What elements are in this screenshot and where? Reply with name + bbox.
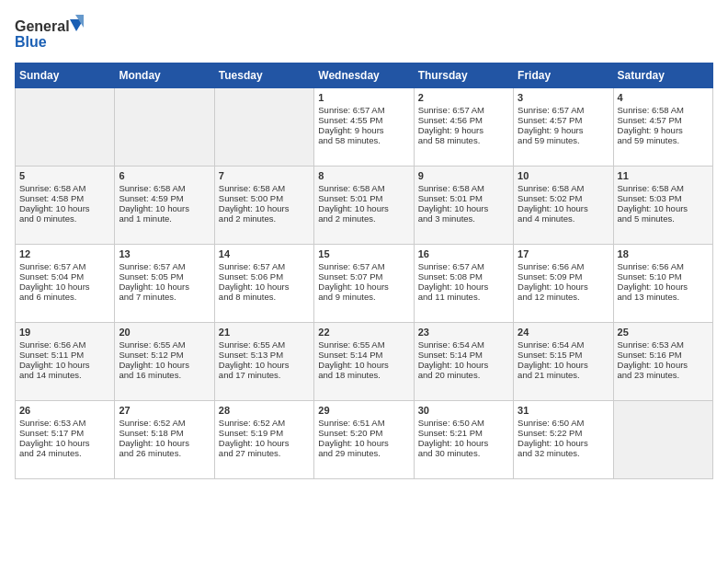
day-info: Sunrise: 6:58 AM	[318, 183, 409, 193]
calendar-week-row: 1Sunrise: 6:57 AMSunset: 4:55 PMDaylight…	[16, 88, 713, 167]
day-info: Daylight: 10 hours	[618, 282, 709, 292]
day-info: and 3 minutes.	[418, 213, 509, 224]
day-info: Daylight: 9 hours	[518, 125, 609, 135]
day-info: and 24 minutes.	[19, 448, 110, 458]
day-number: 1	[318, 92, 409, 103]
day-info: Daylight: 10 hours	[19, 438, 110, 448]
day-info: Daylight: 10 hours	[518, 203, 609, 213]
day-info: Sunrise: 6:56 AM	[518, 261, 609, 271]
day-number: 20	[119, 327, 210, 338]
day-info: Daylight: 10 hours	[318, 203, 409, 213]
day-number: 9	[418, 170, 509, 181]
day-info: and 29 minutes.	[318, 448, 409, 458]
weekday-header: Wednesday	[314, 63, 414, 88]
day-number: 14	[219, 248, 310, 259]
calendar-week-row: 5Sunrise: 6:58 AMSunset: 4:58 PMDaylight…	[16, 167, 713, 245]
day-info: Sunrise: 6:58 AM	[219, 183, 310, 193]
calendar-day-cell: 9Sunrise: 6:58 AMSunset: 5:01 PMDaylight…	[414, 167, 513, 245]
day-info: Sunrise: 6:57 AM	[418, 105, 509, 115]
day-info: Daylight: 10 hours	[219, 360, 310, 370]
day-info: Sunset: 4:56 PM	[418, 115, 509, 125]
day-info: Sunset: 5:09 PM	[518, 271, 609, 282]
day-info: Sunset: 4:59 PM	[119, 193, 210, 203]
day-info: Sunrise: 6:57 AM	[119, 261, 210, 271]
calendar-week-row: 12Sunrise: 6:57 AMSunset: 5:04 PMDayligh…	[16, 245, 713, 323]
day-number: 30	[418, 405, 509, 416]
day-info: Daylight: 10 hours	[119, 282, 210, 292]
svg-text:General: General	[15, 18, 70, 34]
day-info: Daylight: 10 hours	[418, 360, 509, 370]
day-info: Sunrise: 6:51 AM	[318, 418, 409, 428]
calendar-day-cell	[214, 88, 313, 167]
day-info: Daylight: 10 hours	[119, 203, 210, 213]
svg-text:Blue: Blue	[15, 34, 47, 50]
day-number: 8	[318, 170, 409, 181]
calendar-day-cell: 25Sunrise: 6:53 AMSunset: 5:16 PMDayligh…	[613, 323, 712, 401]
day-info: Daylight: 10 hours	[518, 360, 609, 370]
day-info: Daylight: 10 hours	[418, 438, 509, 448]
weekday-header: Saturday	[613, 63, 712, 88]
logo-icon: GeneralBlue	[15, 15, 88, 52]
day-info: Sunset: 5:20 PM	[318, 428, 409, 438]
day-info: and 14 minutes.	[19, 370, 110, 380]
day-info: and 18 minutes.	[318, 370, 409, 380]
day-info: Sunrise: 6:55 AM	[318, 339, 409, 350]
day-number: 16	[418, 248, 509, 259]
day-info: and 13 minutes.	[618, 292, 709, 302]
day-info: Sunrise: 6:52 AM	[219, 418, 310, 428]
day-info: Sunrise: 6:56 AM	[618, 261, 709, 271]
day-number: 27	[119, 405, 210, 416]
day-info: and 0 minutes.	[19, 213, 110, 224]
day-info: Daylight: 9 hours	[418, 125, 509, 135]
day-info: and 30 minutes.	[418, 448, 509, 458]
calendar-day-cell: 23Sunrise: 6:54 AMSunset: 5:14 PMDayligh…	[414, 323, 513, 401]
day-number: 28	[219, 405, 310, 416]
calendar-day-cell: 27Sunrise: 6:52 AMSunset: 5:18 PMDayligh…	[115, 401, 214, 479]
day-info: Sunset: 5:01 PM	[418, 193, 509, 203]
calendar-day-cell: 15Sunrise: 6:57 AMSunset: 5:07 PMDayligh…	[314, 245, 414, 323]
day-info: Daylight: 9 hours	[618, 125, 709, 135]
weekday-header: Thursday	[414, 63, 513, 88]
day-info: Sunrise: 6:53 AM	[19, 418, 110, 428]
day-info: Sunset: 5:22 PM	[518, 428, 609, 438]
day-info: and 9 minutes.	[318, 292, 409, 302]
day-info: Sunrise: 6:58 AM	[618, 105, 709, 115]
calendar-day-cell: 11Sunrise: 6:58 AMSunset: 5:03 PMDayligh…	[613, 167, 712, 245]
day-number: 10	[518, 170, 609, 181]
day-number: 2	[418, 92, 509, 103]
day-info: Sunset: 5:07 PM	[318, 271, 409, 282]
day-info: Sunset: 5:19 PM	[219, 428, 310, 438]
day-info: Sunrise: 6:56 AM	[19, 339, 110, 350]
day-info: Sunset: 5:03 PM	[618, 193, 709, 203]
day-info: Sunrise: 6:58 AM	[119, 183, 210, 193]
calendar-day-cell: 1Sunrise: 6:57 AMSunset: 4:55 PMDaylight…	[314, 88, 414, 167]
day-number: 19	[19, 327, 110, 338]
day-info: Daylight: 10 hours	[318, 360, 409, 370]
day-info: Sunset: 5:08 PM	[418, 271, 509, 282]
day-info: Sunrise: 6:57 AM	[219, 261, 310, 271]
day-info: and 5 minutes.	[618, 213, 709, 224]
day-info: Daylight: 10 hours	[318, 438, 409, 448]
day-info: and 16 minutes.	[119, 370, 210, 380]
day-info: and 2 minutes.	[318, 213, 409, 224]
day-info: and 59 minutes.	[618, 135, 709, 145]
day-info: Sunset: 4:58 PM	[19, 193, 110, 203]
day-info: Sunset: 5:06 PM	[219, 271, 310, 282]
day-info: and 17 minutes.	[219, 370, 310, 380]
calendar-day-cell: 20Sunrise: 6:55 AMSunset: 5:12 PMDayligh…	[115, 323, 214, 401]
day-info: and 58 minutes.	[318, 135, 409, 145]
day-info: Sunset: 5:02 PM	[518, 193, 609, 203]
day-info: Daylight: 10 hours	[219, 438, 310, 448]
calendar-day-cell: 21Sunrise: 6:55 AMSunset: 5:13 PMDayligh…	[214, 323, 313, 401]
day-info: Sunrise: 6:54 AM	[518, 339, 609, 350]
calendar-day-cell: 10Sunrise: 6:58 AMSunset: 5:02 PMDayligh…	[514, 167, 613, 245]
day-info: Sunrise: 6:57 AM	[518, 105, 609, 115]
day-info: Daylight: 10 hours	[19, 360, 110, 370]
day-info: Sunrise: 6:53 AM	[618, 339, 709, 350]
day-info: Sunset: 5:10 PM	[618, 271, 709, 282]
calendar-day-cell: 13Sunrise: 6:57 AMSunset: 5:05 PMDayligh…	[115, 245, 214, 323]
page-header: GeneralBlue	[15, 15, 713, 52]
day-number: 5	[19, 170, 110, 181]
day-info: and 4 minutes.	[518, 213, 609, 224]
day-info: Sunrise: 6:58 AM	[19, 183, 110, 193]
